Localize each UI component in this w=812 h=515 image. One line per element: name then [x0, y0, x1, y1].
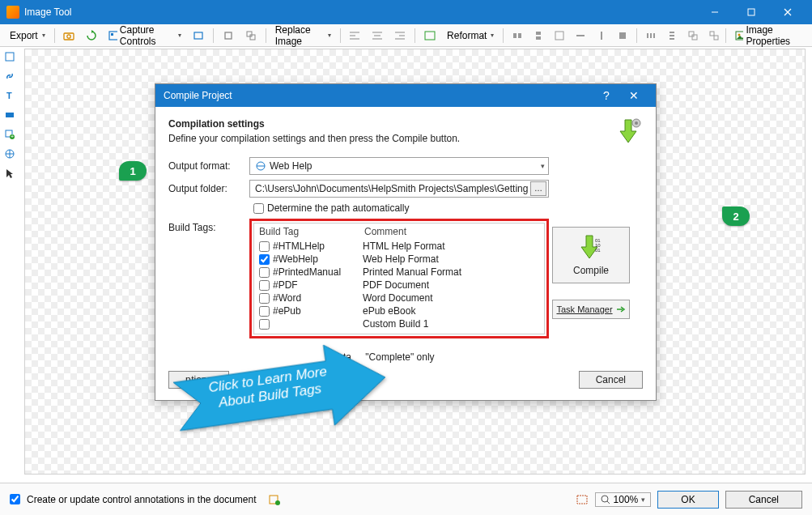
build-tag-name: #PDF	[273, 279, 298, 291]
build-tag-name: #HTMLHelp	[273, 240, 325, 252]
ok-button[interactable]: OK	[657, 491, 718, 509]
dialog-title: Compile Project	[164, 90, 232, 101]
export-menu[interactable]: Export	[5, 28, 50, 43]
svg-text:T: T	[6, 91, 12, 100]
build-tag-name: #PrintedManual	[273, 266, 341, 278]
svg-rect-34	[670, 35, 674, 36]
reformat-menu[interactable]: Reformat	[442, 28, 499, 43]
crop-icon[interactable]	[218, 28, 239, 43]
replace-image-menu[interactable]: Replace Image	[270, 23, 336, 49]
capture-controls-menu[interactable]: Capture Controls	[104, 23, 186, 49]
canvas-area: 1 2 Compile Project ? ✕ Compilation sett…	[24, 49, 806, 475]
resize-icon[interactable]	[240, 28, 261, 43]
align-tool-4-icon[interactable]	[571, 29, 590, 42]
badge-1: 1	[119, 161, 147, 181]
build-tag-checkbox[interactable]	[259, 280, 270, 291]
distribute-v-icon[interactable]	[662, 29, 682, 42]
ungroup-icon[interactable]	[704, 29, 724, 42]
svg-rect-1	[748, 9, 755, 15]
dialog-close-button[interactable]: ✕	[620, 89, 648, 102]
refresh-icon[interactable]	[81, 28, 102, 43]
dialog-cancel-button[interactable]: Cancel	[579, 371, 643, 389]
task-manager-button[interactable]: Task Manager	[552, 300, 630, 319]
distribute-h-icon[interactable]	[641, 29, 661, 42]
svg-rect-35	[670, 38, 674, 40]
compile-button[interactable]: 01 10 01 Compile	[552, 227, 630, 283]
svg-rect-24	[536, 32, 541, 35]
build-tag-row[interactable]: #HTMLHelpHTML Help Format	[254, 240, 544, 253]
align-tool-2-icon[interactable]	[529, 29, 548, 42]
build-tag-checkbox[interactable]	[259, 241, 270, 252]
build-tag-row[interactable]: Custom Build 1	[254, 317, 544, 330]
fit-icon[interactable]	[576, 494, 589, 505]
dialog-header-sub: Define your compilation settings and the…	[168, 133, 614, 144]
svg-rect-9	[225, 32, 232, 39]
auto-path-label: Determine the path automatically	[267, 202, 409, 214]
build-tag-row[interactable]: #PrintedManualPrinted Manual Format	[254, 266, 544, 279]
build-tag-comment: PDF Document	[363, 279, 429, 291]
align-tool-5-icon[interactable]	[592, 29, 611, 42]
maximize-button[interactable]	[733, 0, 769, 24]
reformat-icon[interactable]	[419, 29, 440, 42]
align-tool-3-icon[interactable]	[550, 29, 569, 42]
build-tag-checkbox[interactable]	[259, 254, 270, 265]
tool-pointer-icon[interactable]	[2, 165, 18, 181]
build-tag-checkbox[interactable]	[259, 319, 270, 330]
auto-path-checkbox[interactable]	[253, 203, 264, 214]
footer-cancel-button[interactable]: Cancel	[725, 491, 802, 509]
output-format-label: Output format:	[168, 160, 249, 172]
build-tag-comment: ePub eBook	[363, 305, 415, 317]
create-annotations-checkbox[interactable]	[10, 494, 20, 504]
annotations-icon[interactable]	[268, 494, 281, 505]
build-tag-row[interactable]: #PDFPDF Document	[254, 279, 544, 292]
close-button[interactable]	[769, 0, 806, 24]
align-left-icon[interactable]	[344, 29, 365, 42]
build-tag-comment: Custom Build 1	[363, 318, 428, 330]
tool-globe-icon[interactable]	[2, 146, 18, 162]
align-tool-1-icon[interactable]	[508, 29, 527, 42]
svg-rect-10	[247, 32, 252, 36]
align-tool-6-icon[interactable]	[613, 29, 632, 42]
svg-line-59	[607, 501, 610, 504]
build-tag-checkbox[interactable]	[259, 267, 270, 278]
minimize-button[interactable]	[696, 0, 733, 24]
svg-rect-29	[619, 32, 626, 39]
camera-icon[interactable]	[58, 29, 79, 42]
svg-text:+: +	[11, 134, 14, 139]
svg-rect-23	[518, 33, 521, 38]
dialog-help-button[interactable]: ?	[593, 89, 620, 102]
tool-add-icon[interactable]: +	[2, 126, 18, 143]
main-toolbar: Export Capture Controls Replace Image Re…	[0, 24, 812, 47]
create-annotations-label: Create or update control annotations in …	[27, 494, 257, 505]
zoom-control[interactable]: 100% ▾	[595, 492, 652, 507]
svg-rect-37	[692, 35, 697, 40]
tool-text-icon[interactable]: T	[2, 87, 18, 104]
group-icon[interactable]	[683, 29, 703, 42]
build-tag-checkbox[interactable]	[259, 306, 270, 317]
svg-rect-32	[653, 33, 655, 38]
tool-shape-icon[interactable]	[2, 107, 18, 123]
tool-link-icon[interactable]	[2, 68, 18, 84]
col-build-tag: Build Tag	[259, 226, 364, 237]
build-tag-checkbox[interactable]	[259, 293, 270, 304]
build-tag-row[interactable]: #ePubePub eBook	[254, 304, 544, 317]
svg-rect-21	[425, 32, 435, 40]
build-tag-row[interactable]: #WebHelpWeb Help Format	[254, 253, 544, 266]
build-tag-comment: Web Help Format	[363, 253, 439, 265]
output-folder-input[interactable]: C:\Users\John\Documents\HelpSmith Projec…	[249, 180, 549, 198]
align-center-icon[interactable]	[367, 29, 388, 42]
svg-point-56	[275, 500, 280, 505]
dialog-header-title: Compilation settings	[168, 118, 614, 130]
tool-select-icon[interactable]	[2, 49, 18, 65]
compile-arrow-icon: 01 10 01	[575, 234, 607, 263]
output-format-select[interactable]: Web Help ▾	[249, 157, 549, 175]
build-tag-comment: Word Document	[363, 292, 432, 304]
capture-single-icon[interactable]	[188, 29, 209, 42]
window-titlebar: Image Tool	[0, 0, 812, 24]
build-tags-list[interactable]: Build Tag Comment #HTMLHelpHTML Help For…	[253, 223, 545, 334]
browse-folder-button[interactable]: …	[530, 181, 546, 196]
align-right-icon[interactable]	[389, 29, 410, 42]
svg-rect-22	[513, 33, 517, 38]
image-properties-button[interactable]: Image Properties	[730, 23, 807, 49]
build-tag-row[interactable]: #WordWord Document	[254, 292, 544, 304]
